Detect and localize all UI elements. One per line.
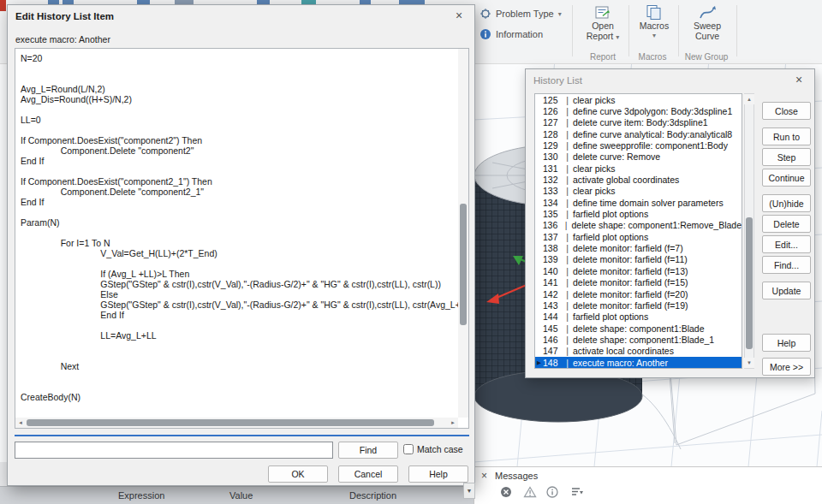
history-item-text: delete shape: component1:Remove_Blade bbox=[570, 220, 742, 230]
error-filter-icon[interactable] bbox=[500, 486, 512, 498]
information-button[interactable]: Information bbox=[480, 28, 543, 40]
separator: | bbox=[563, 277, 571, 288]
history-item-number: 133 bbox=[543, 186, 563, 196]
history-list-item[interactable]: 137|farfield plot options bbox=[535, 231, 742, 242]
history-item-text: delete shape: component1:Blade bbox=[571, 323, 705, 334]
run-to-button[interactable]: Run to bbox=[762, 127, 811, 145]
dialog-title: History List bbox=[533, 75, 582, 86]
open-report-label-1: Open bbox=[592, 21, 614, 31]
more-button[interactable]: More >> bbox=[762, 358, 811, 376]
history-item-text: farfield plot options bbox=[571, 311, 648, 322]
history-list-item[interactable]: 134|define time domain solver parameters bbox=[535, 197, 742, 208]
separator: | bbox=[563, 323, 571, 334]
delete-button[interactable]: Delete bbox=[762, 215, 811, 233]
scroll-down-button[interactable]: ▼ bbox=[463, 483, 475, 499]
history-list-item[interactable]: 125|clear picks bbox=[535, 94, 742, 105]
macro-description-label: execute macro: Another bbox=[15, 34, 110, 44]
help-button[interactable]: Help bbox=[408, 465, 468, 483]
history-list-item[interactable]: 138|delete monitor: farfield (f=7) bbox=[535, 242, 742, 253]
messages-tab[interactable]: Messages bbox=[495, 471, 538, 481]
history-item-number: 148 bbox=[543, 358, 563, 368]
history-list-item[interactable]: 129|define sweepprofile: component1:Body bbox=[535, 139, 742, 151]
history-item-number: 137 bbox=[543, 232, 563, 242]
separator: | bbox=[563, 243, 571, 253]
history-list-item[interactable]: 135|farfield plot options bbox=[535, 208, 742, 219]
history-list-item[interactable]: 147|activate local coordinates bbox=[535, 346, 742, 357]
history-list-item[interactable]: 131|clear picks bbox=[535, 163, 742, 174]
information-label: Information bbox=[496, 29, 543, 39]
history-list-item[interactable]: 136|delete shape: component1:Remove_Blad… bbox=[535, 220, 742, 231]
close-icon[interactable]: × bbox=[449, 9, 469, 24]
update-button[interactable]: Update bbox=[762, 282, 811, 299]
toolbar-icon[interactable] bbox=[0, 0, 6, 11]
history-list-item[interactable]: 142|delete monitor: farfield (f=20) bbox=[535, 288, 742, 299]
history-list-item[interactable]: 126|define curve 3dpolygon: Body:3dsplin… bbox=[535, 105, 742, 116]
edit-button[interactable]: Edit... bbox=[762, 235, 811, 253]
macros-button[interactable]: Macros ▾ bbox=[632, 3, 676, 54]
history-list-item[interactable]: 139|delete monitor: farfield (f=11) bbox=[535, 254, 742, 265]
history-list[interactable]: 125|clear picks126|define curve 3dpolygo… bbox=[534, 93, 742, 369]
history-list-item[interactable]: 144|farfield plot options bbox=[535, 311, 742, 323]
history-item-number: 141 bbox=[543, 277, 563, 288]
history-item-text: define sweepprofile: component1:Body bbox=[571, 140, 728, 151]
history-list-item[interactable]: 132|activate global coordinates bbox=[535, 174, 742, 185]
chevron-down-icon: ▾ bbox=[616, 33, 619, 41]
history-list-item[interactable]: 146|delete shape: component1:Blade_1 bbox=[535, 334, 742, 345]
edit-dialog-titlebar[interactable]: Edit History List Item × bbox=[8, 5, 474, 27]
find-button[interactable]: Find bbox=[338, 442, 398, 459]
info-filter-icon[interactable] bbox=[546, 486, 558, 498]
scroll-up-icon[interactable]: ▲ bbox=[744, 94, 754, 104]
open-report-button[interactable]: Open Report ▾ bbox=[579, 3, 627, 54]
close-button[interactable]: Close bbox=[762, 102, 811, 120]
history-list-item[interactable]: 128|define curve analytical: Body:analyt… bbox=[535, 128, 742, 139]
history-item-number: 131 bbox=[543, 163, 563, 174]
scrollbar-thumb[interactable] bbox=[460, 204, 467, 325]
history-list-item[interactable]: ▶148|execute macro: Another bbox=[535, 357, 742, 368]
continue-button[interactable]: Continue bbox=[762, 169, 811, 187]
separator: | bbox=[563, 186, 571, 196]
warning-filter-icon[interactable] bbox=[523, 486, 537, 498]
history-list-item[interactable]: 141|delete monitor: farfield (f=15) bbox=[535, 277, 742, 288]
macro-code[interactable]: N=20 Avg_L=Round(L/N,2) Avg_Dis=Round((H… bbox=[15, 49, 458, 418]
cancel-button[interactable]: Cancel bbox=[338, 465, 398, 483]
find-button[interactable]: Find... bbox=[762, 256, 811, 274]
find-input[interactable] bbox=[15, 442, 333, 459]
match-case-checkbox[interactable]: Match case bbox=[403, 444, 463, 454]
help-button[interactable]: Help bbox=[762, 334, 811, 352]
match-case-checkbox-input[interactable] bbox=[403, 444, 414, 454]
close-icon[interactable]: × bbox=[789, 73, 809, 88]
history-dialog-titlebar[interactable]: History List × bbox=[526, 69, 814, 92]
history-list-scrollbar[interactable]: ▲ ▼ bbox=[744, 93, 754, 369]
sweep-curve-icon bbox=[698, 4, 717, 21]
unhide-button[interactable]: (Un)hide bbox=[762, 194, 811, 212]
code-editor[interactable]: N=20 Avg_L=Round(L/N,2) Avg_Dis=Round((H… bbox=[15, 48, 469, 429]
scrollbar-thumb[interactable] bbox=[746, 217, 753, 349]
scrollbar-thumb[interactable] bbox=[27, 419, 434, 426]
sweep-label-1: Sweep bbox=[694, 21, 721, 31]
problem-type-dropdown[interactable]: Problem Type ▾ bbox=[480, 8, 562, 20]
code-horizontal-scrollbar[interactable]: ◄ ► bbox=[15, 418, 458, 428]
separator: | bbox=[563, 95, 571, 105]
sweep-curve-button[interactable]: Sweep Curve bbox=[682, 3, 733, 54]
history-list-item[interactable]: 143|delete monitor: farfield (f=19) bbox=[535, 299, 742, 311]
separator: | bbox=[563, 163, 571, 174]
code-vertical-scrollbar[interactable] bbox=[458, 49, 468, 418]
step-button[interactable]: Step bbox=[762, 148, 811, 166]
history-list-item[interactable]: 127|delete curve item: Body:3dspline1 bbox=[535, 117, 742, 128]
history-list-item[interactable]: 140|delete monitor: farfield (f=13) bbox=[535, 265, 742, 276]
history-list-item[interactable]: 145|delete shape: component1:Blade bbox=[535, 323, 742, 334]
history-item-text: clear picks bbox=[571, 95, 616, 105]
history-item-number: 128 bbox=[543, 129, 563, 139]
scroll-left-icon[interactable]: ◄ bbox=[15, 418, 26, 428]
ok-button[interactable]: OK bbox=[268, 465, 328, 483]
filter-list-icon[interactable] bbox=[570, 486, 584, 498]
scroll-down-icon[interactable]: ▼ bbox=[744, 358, 754, 368]
history-list-item[interactable]: 133|clear picks bbox=[535, 186, 742, 197]
close-icon[interactable]: × bbox=[481, 470, 487, 482]
history-item-text: clear picks bbox=[571, 163, 616, 174]
separator: | bbox=[563, 346, 571, 356]
history-list-item[interactable]: 130|delete curve: Remove bbox=[535, 151, 742, 163]
history-item-text: delete monitor: farfield (f=11) bbox=[571, 254, 688, 264]
ribbon-separator bbox=[678, 5, 679, 56]
scroll-right-icon[interactable]: ► bbox=[448, 418, 458, 428]
